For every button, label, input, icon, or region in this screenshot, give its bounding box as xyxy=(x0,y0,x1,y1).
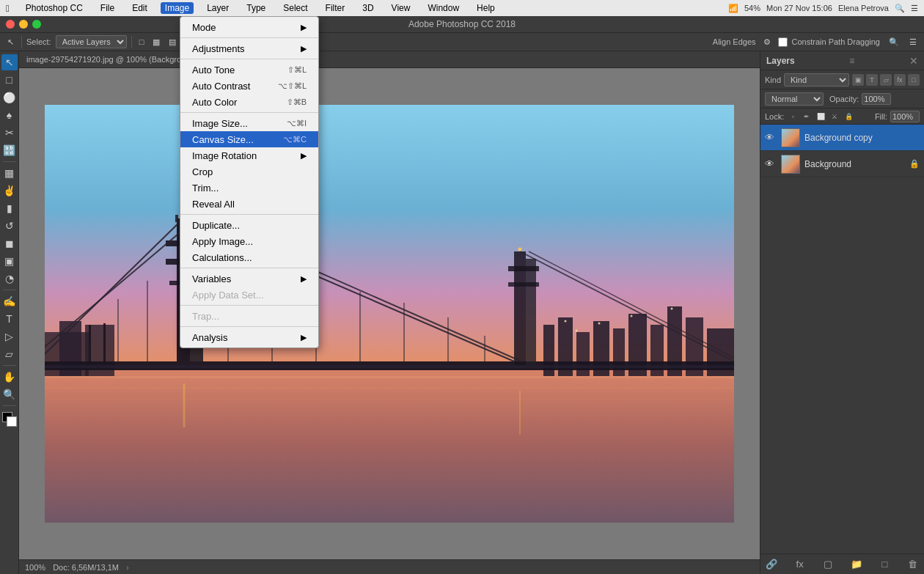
shape-tool-button[interactable]: ▱ xyxy=(1,346,18,362)
hand-tool-button[interactable]: ✋ xyxy=(1,369,18,385)
filter-path-icon[interactable]: ▱ xyxy=(880,74,892,86)
mac-menu-window[interactable]: Window xyxy=(423,2,463,14)
layers-options-bar: Normal Multiply Screen Opacity: xyxy=(760,89,924,108)
menu-analysis[interactable]: Analysis ▶ xyxy=(180,329,318,345)
marquee-tool-button[interactable]: □ xyxy=(1,72,18,88)
close-window-button[interactable] xyxy=(6,20,15,29)
mac-menu-select[interactable]: Select xyxy=(279,2,312,14)
maximize-window-button[interactable] xyxy=(32,20,41,29)
layer-visibility-background-copy[interactable]: 👁 xyxy=(765,132,777,143)
filter-smartobj-icon[interactable]: □ xyxy=(908,74,920,86)
eraser-tool-button[interactable]: ◼ xyxy=(1,235,18,251)
canvas-container[interactable] xyxy=(19,68,760,559)
filter-text-icon[interactable]: T xyxy=(866,74,878,86)
selection-tool-icon[interactable]: ↖ xyxy=(4,36,17,48)
lasso-tool-button[interactable]: ⚪ xyxy=(1,89,18,106)
mac-menu-view[interactable]: View xyxy=(387,2,415,14)
panel-close-button[interactable]: ✕ xyxy=(909,55,918,67)
menu-auto-color[interactable]: Auto Color ⇧⌘B xyxy=(180,94,318,110)
mac-menu-edit[interactable]: Edit xyxy=(128,2,152,14)
settings-icon[interactable]: ⚙ xyxy=(760,36,774,48)
menu-duplicate[interactable]: Duplicate... xyxy=(180,217,318,233)
ps-top-toolbar: ↖ Select: Active Layers All Layers □ ▦ ▤… xyxy=(0,32,924,51)
lock-position-icon[interactable]: ⬜ xyxy=(815,111,826,122)
add-mask-button[interactable]: ▢ xyxy=(821,558,835,571)
crop-tool-button[interactable]: ✂ xyxy=(1,125,18,141)
layer-visibility-background[interactable]: 👁 xyxy=(765,158,777,169)
menu-image-size[interactable]: Image Size... ⌥⌘I xyxy=(180,115,318,131)
new-group-button[interactable]: 📁 xyxy=(850,558,863,571)
menu-reveal-all[interactable]: Reveal All xyxy=(180,196,318,212)
menu-variables[interactable]: Variables ▶ xyxy=(180,271,318,287)
add-effect-button[interactable]: fx xyxy=(793,558,807,571)
filter-kind-dropdown[interactable]: Kind xyxy=(784,73,849,87)
menu-calculations[interactable]: Calculations... xyxy=(180,249,318,265)
mac-menu-3d[interactable]: 3D xyxy=(358,2,378,14)
text-tool-button[interactable]: T xyxy=(1,311,18,327)
blend-mode-dropdown[interactable]: Normal Multiply Screen xyxy=(765,92,824,106)
image-menu-dropdown[interactable]: Mode ▶ Adjustments ▶ Auto Tone ⇧⌘L Auto … xyxy=(180,16,319,348)
control-center-icon[interactable]: ☰ xyxy=(911,4,918,13)
gradient-tool-button[interactable]: ▣ xyxy=(1,253,18,269)
background-color[interactable] xyxy=(7,416,17,427)
path-select-button[interactable]: ▷ xyxy=(1,328,18,345)
menu-image-rotation[interactable]: Image Rotation ▶ xyxy=(180,147,318,163)
lock-transparent-icon[interactable]: ▫ xyxy=(787,111,799,122)
opacity-input[interactable] xyxy=(862,93,891,105)
layer-item-background[interactable]: 👁 Background 🔒 xyxy=(760,151,924,177)
color-swatch[interactable] xyxy=(2,412,17,427)
mac-menu-type[interactable]: Type xyxy=(242,2,270,14)
minimize-window-button[interactable] xyxy=(19,20,28,29)
history-brush-button[interactable]: ↺ xyxy=(1,218,18,234)
menu-image-rotation-arrow: ▶ xyxy=(301,151,307,161)
mac-menu-help[interactable]: Help xyxy=(472,2,499,14)
filter-effect-icon[interactable]: fx xyxy=(894,74,906,86)
menu-apply-dataset[interactable]: Apply Data Set... xyxy=(180,287,318,303)
active-layers-dropdown[interactable]: Active Layers All Layers xyxy=(56,35,127,48)
search-toolbar-icon[interactable]: 🔍 xyxy=(886,36,902,48)
search-icon[interactable]: 🔍 xyxy=(895,4,905,13)
menu-auto-tone[interactable]: Auto Tone ⇧⌘L xyxy=(180,62,318,78)
menu-mode[interactable]: Mode ▶ xyxy=(180,19,318,35)
menu-crop[interactable]: Crop xyxy=(180,163,318,180)
menu-trim[interactable]: Trim... xyxy=(180,180,318,196)
menu-trap[interactable]: Trap... xyxy=(180,308,318,324)
mac-menu-image[interactable]: Image xyxy=(161,2,194,14)
mac-menu-file[interactable]: File xyxy=(96,2,119,14)
delete-layer-button[interactable]: 🗑 xyxy=(906,558,920,571)
link-layers-button[interactable]: 🔗 xyxy=(765,558,778,571)
zoom-tool-button[interactable]: 🔍 xyxy=(1,386,18,402)
brush-tool-button[interactable]: ✌ xyxy=(1,183,18,199)
filter-kind-label: Kind xyxy=(765,76,781,84)
mac-menu-photoshop[interactable]: Photoshop CC xyxy=(21,2,87,14)
new-layer-button[interactable]: □ xyxy=(878,558,891,571)
mac-menu-filter[interactable]: Filter xyxy=(321,2,350,14)
lock-all-icon[interactable]: 🔒 xyxy=(843,111,854,122)
dodge-tool-button[interactable]: ◔ xyxy=(1,271,18,287)
panel-expand-icon[interactable]: ≡ xyxy=(849,56,854,66)
layers-list[interactable]: 👁 Background copy 👁 Background 🔒 xyxy=(760,125,924,553)
mac-menu-layer[interactable]: Layer xyxy=(202,2,233,14)
fill-input[interactable] xyxy=(890,111,920,122)
transform-icon[interactable]: ▤ xyxy=(166,36,179,48)
quick-select-tool-button[interactable]: ♠ xyxy=(1,107,18,123)
menu-canvas-size[interactable]: Canvas Size... ⌥⌘C xyxy=(180,131,318,147)
patch-tool-button[interactable]: ▦ xyxy=(1,165,18,181)
auto-align-icon[interactable]: □ xyxy=(136,36,147,48)
menu-auto-contrast[interactable]: Auto Contrast ⌥⇧⌘L xyxy=(180,78,318,94)
eyedropper-tool-button[interactable]: 🔡 xyxy=(1,142,18,158)
panels-icon[interactable]: ☰ xyxy=(906,36,920,48)
distribute-icon[interactable]: ▦ xyxy=(150,36,163,48)
constrain-path-checkbox[interactable] xyxy=(778,37,788,47)
lock-artboard-icon[interactable]: ⚔ xyxy=(829,111,840,122)
clone-tool-button[interactable]: ▮ xyxy=(1,200,18,216)
pen-tool-button[interactable]: ✍ xyxy=(1,293,18,309)
menu-apply-image[interactable]: Apply Image... xyxy=(180,233,318,249)
move-tool-button[interactable]: ↖ xyxy=(1,54,18,70)
layer-item-background-copy[interactable]: 👁 Background copy xyxy=(760,125,924,151)
filter-pixel-icon[interactable]: ▣ xyxy=(852,74,864,86)
apple-logo-icon[interactable]:  xyxy=(6,3,10,14)
lock-image-icon[interactable]: ✒ xyxy=(801,111,813,122)
menu-adjustments[interactable]: Adjustments ▶ xyxy=(180,40,318,56)
status-nav-arrow[interactable]: › xyxy=(126,563,129,572)
